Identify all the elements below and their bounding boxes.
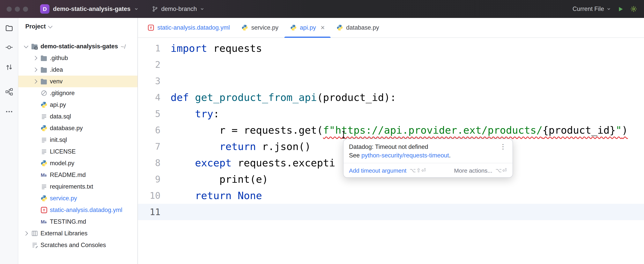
code-line-5[interactable]: 5 try:	[138, 106, 644, 122]
kebab-menu-icon[interactable]: ⋮	[499, 143, 507, 150]
editor-tab-api-py[interactable]: api.py×	[284, 18, 331, 37]
python-icon	[336, 24, 343, 31]
tree-item-external-libraries[interactable]: External Libraries	[18, 227, 138, 239]
tree-item-readme-md[interactable]: MREADME.md	[18, 169, 138, 181]
ignored-icon	[40, 89, 48, 97]
markdown-icon: M	[40, 171, 48, 179]
chevron-down-icon	[134, 7, 139, 11]
line-number[interactable]: 7	[138, 138, 170, 155]
popup-description: See python-security/requests-timeout.	[344, 151, 512, 163]
code-line-text: return None	[170, 187, 262, 204]
tree-item-static-analysis-datadog-yml[interactable]: Ystatic-analysis.datadog.yml	[18, 204, 138, 216]
tree-item-venv[interactable]: venv	[18, 76, 138, 87]
tree-item-api-py[interactable]: api.py	[18, 99, 138, 111]
tree-item-gitignore[interactable]: .gitignore	[18, 87, 138, 99]
project-panel-header[interactable]: Project	[18, 18, 138, 35]
tool-strip-more-options-button[interactable]	[4, 107, 14, 116]
code-line-10[interactable]: 10 return None	[138, 187, 644, 204]
popup-title: Datadog: Timeout not defined	[349, 143, 499, 150]
run-button[interactable]	[617, 6, 624, 12]
tool-strip-pull-requests-button[interactable]	[4, 62, 14, 72]
error-squiggle[interactable]: f"https://api.provider.ext/products/{pro…	[323, 124, 628, 136]
line-number[interactable]: 10	[138, 187, 170, 204]
svg-text:Y: Y	[150, 26, 152, 30]
tree-item-label: static-analysis.datadog.yml	[50, 206, 122, 213]
editor-tab-database-py[interactable]: database.py	[331, 18, 385, 37]
tree-item-model-py[interactable]: model.py	[18, 157, 138, 169]
chevron-right-icon[interactable]	[24, 231, 28, 236]
code-line-3[interactable]: 3	[138, 73, 644, 89]
folder-icon	[40, 78, 48, 85]
line-number[interactable]: 9	[138, 171, 170, 187]
tool-strip-commit-button[interactable]	[4, 43, 14, 52]
tree-item-license[interactable]: LICENSE	[18, 146, 138, 157]
tree-item-testing-md[interactable]: MTESTING.md	[18, 216, 138, 227]
tree-item-init-sql[interactable]: init.sql	[18, 134, 138, 146]
rule-link[interactable]: python-security/requests-timeout	[362, 152, 449, 159]
chevron-slot	[22, 45, 30, 47]
run-configuration-selector[interactable]: Current File	[572, 6, 611, 13]
tree-item-demo-static-analysis-gates[interactable]: demo-static-analysis-gates~/	[18, 41, 138, 52]
more-actions-button[interactable]: More actions...	[454, 167, 492, 174]
code-line-text: print(e)	[170, 171, 268, 187]
strip-more-options-icon	[5, 107, 13, 116]
line-number[interactable]: 11	[138, 204, 170, 220]
project-widget[interactable]: D demo-static-analysis-gates	[40, 4, 139, 14]
chevron-down-icon	[48, 24, 52, 28]
tree-item-database-py[interactable]: database.py	[18, 122, 138, 134]
chevron-right-icon[interactable]	[33, 68, 38, 72]
tree-item-scratches-and-consoles[interactable]: Scratches and Consoles	[18, 239, 138, 251]
line-number[interactable]: 3	[138, 73, 170, 89]
tree-item-label: api.py	[50, 101, 66, 108]
project-folder-icon	[31, 43, 38, 50]
line-number[interactable]: 5	[138, 106, 170, 122]
tree-item-label: requirements.txt	[50, 183, 93, 190]
tab-label: api.py	[300, 24, 316, 31]
tree-item-data-sql[interactable]: data.sql	[18, 111, 138, 122]
code-line-4[interactable]: 4def get_product_from_api(product_id):	[138, 89, 644, 106]
settings-gear-icon[interactable]	[630, 6, 637, 13]
tree-item-path-suffix: ~/	[121, 43, 126, 50]
tree-item-idea[interactable]: .idea	[18, 64, 138, 76]
code-line-1[interactable]: 1import requests	[138, 40, 644, 57]
chevron-right-icon[interactable]	[33, 56, 38, 60]
branch-widget[interactable]: demo-branch	[152, 6, 205, 13]
strip-structure-icon	[5, 88, 13, 96]
minimize-window-icon[interactable]	[15, 7, 20, 12]
run-configuration-label: Current File	[572, 6, 604, 13]
tree-item-label: LICENSE	[50, 148, 76, 155]
editor-tab-static-analysis-datadog-yml[interactable]: Ystatic-analysis.datadog.yml	[142, 18, 236, 37]
tree-item-label: Scratches and Consoles	[40, 241, 106, 248]
tree-item-github[interactable]: .github	[18, 52, 138, 64]
project-name: demo-static-analysis-gates	[53, 6, 130, 13]
tree-item-label: .gitignore	[50, 90, 75, 97]
zoom-window-icon[interactable]	[23, 7, 28, 12]
python-icon	[40, 195, 48, 202]
code-line-6[interactable]: 6 r = requests.get(f"https://api.provide…	[138, 122, 644, 138]
editor-tab-service-py[interactable]: service.py	[236, 18, 284, 37]
tree-item-requirements-txt[interactable]: requirements.txt	[18, 181, 138, 192]
tree-item-label: TESTING.md	[50, 218, 86, 225]
code-line-2[interactable]: 2	[138, 57, 644, 73]
line-number[interactable]: 4	[138, 89, 170, 106]
line-number[interactable]: 6	[138, 122, 170, 138]
line-number[interactable]: 1	[138, 40, 170, 57]
tree-item-label: service.py	[50, 195, 77, 202]
scratches-icon	[31, 241, 38, 249]
tree-item-label: venv	[50, 78, 63, 85]
svg-text:M: M	[40, 219, 44, 224]
code-line-text: return r.json()	[170, 138, 311, 155]
line-number[interactable]: 8	[138, 155, 170, 171]
chevron-down-icon[interactable]	[24, 44, 28, 48]
python-icon	[290, 24, 297, 31]
chevron-right-icon[interactable]	[33, 79, 38, 84]
add-timeout-action[interactable]: Add timeout argument	[349, 167, 406, 174]
tool-strip-structure-button[interactable]	[4, 87, 14, 96]
line-number[interactable]: 2	[138, 57, 170, 73]
python-icon	[40, 101, 48, 109]
close-tab-icon[interactable]: ×	[321, 24, 325, 31]
code-line-11[interactable]: 11	[138, 204, 644, 220]
tree-item-service-py[interactable]: service.py	[18, 192, 138, 204]
tool-strip-project-folder-button[interactable]	[4, 23, 14, 33]
close-window-icon[interactable]	[6, 7, 12, 12]
